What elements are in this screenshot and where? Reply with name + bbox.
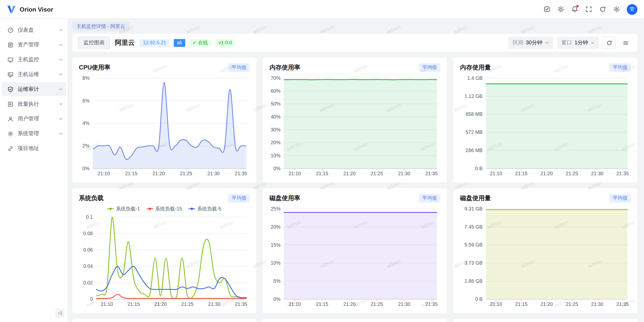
chevron-down-icon [59,87,63,91]
notification-badge-dot [576,5,579,7]
svg-text:21:25: 21:25 [371,171,383,176]
widget-check-button[interactable] [541,3,553,15]
average-badge[interactable]: 平均值 [419,194,440,202]
host-code-tag: ali [174,39,185,47]
range-select-value: 30分钟 [526,39,542,46]
svg-text:7.45 GB: 7.45 GB [465,224,483,230]
chevron-down-icon [59,43,63,47]
sidebar-item-host-ops[interactable]: 主机运维 [2,67,66,82]
chart-card-disk-usage: 磁盘使用量 平均值 0 B1.86 GB3.73 GB5.59 GB7.45 G… [453,188,637,313]
sidebar-item-dashboard[interactable]: 仪表盘 [2,23,66,37]
settings-button[interactable] [610,3,623,15]
sidebar-item-label: 主机监控 [18,56,39,63]
svg-text:0 B: 0 B [475,296,482,302]
svg-text:0.06: 0.06 [83,247,93,253]
monitor-chart-tab[interactable]: 监控图表 [78,37,110,49]
svg-text:21:30: 21:30 [398,171,410,176]
link-icon [7,145,13,151]
average-badge[interactable]: 平均值 [419,63,440,72]
chart-card-partial [453,319,637,322]
chart-canvas[interactable]: 系统负载-1系统负载-15系统负载-500.020.040.060.080.12… [79,205,250,308]
average-badge[interactable]: 平均值 [610,63,631,72]
chart-card-memory-usage: 内存使用量 平均值 0 B286 MB572 MB858 MB1.12 GB1.… [453,58,637,183]
legend-item[interactable]: 系统负载-15 [147,205,182,212]
average-badge[interactable]: 平均值 [610,194,631,202]
window-select[interactable]: 窗口 1分钟 [557,37,599,49]
average-badge[interactable]: 平均值 [228,194,250,202]
sidebar-item-label: 运维审计 [18,86,39,93]
user-icon [7,116,13,122]
sidebar-item-label: 仪表盘 [18,26,34,33]
chart-canvas[interactable]: 0%2%4%6%8%21:1021:1521:2021:2521:3021:35 [79,74,250,177]
app-title: Orion Visor [20,6,53,13]
chart-card-cpu: CPU使用率 平均值 0%2%4%6%8%21:1021:1521:2021:2… [72,58,256,183]
svg-text:60%: 60% [271,88,280,94]
svg-text:50%: 50% [271,101,280,106]
svg-text:21:30: 21:30 [591,171,603,176]
host-name: 阿里云 [115,39,135,47]
app-root: Orion Visor [0,0,644,322]
sidebar-item-system[interactable]: 系统管理 [2,127,66,141]
sidebar-item-batch-exec[interactable]: 批量执行 [2,97,66,111]
avatar[interactable]: 管 [627,4,637,15]
sidebar-item-users[interactable]: 用户管理 [2,112,66,126]
average-badge[interactable]: 平均值 [228,63,250,72]
topbar-actions: 管 [541,3,637,15]
chevron-down-icon [545,41,549,45]
breadcrumb-tag[interactable]: 主机监控详情 - 阿里云 [72,22,129,31]
monitor-icon [7,56,13,62]
svg-text:21:20: 21:20 [343,301,356,307]
svg-text:21:30: 21:30 [398,301,410,307]
chart-canvas[interactable]: 0%5%10%15%20%25%21:1021:1521:2021:2521:3… [269,205,440,308]
document-list-icon [7,42,13,48]
svg-text:3.73 GB: 3.73 GB [465,260,483,266]
host-toolbar: 监控图表 阿里云 12.92.5.21 ali ✓ 在线 v1.0.0 区间 3… [72,34,637,52]
chart-list-button[interactable] [619,37,632,49]
svg-text:21:10: 21:10 [490,301,502,307]
sidebar-item-assets[interactable]: 资产管理 [2,38,66,52]
legend-marker-icon [189,208,195,209]
sidebar-item-audit[interactable]: 运维审计 [2,82,66,96]
logo-icon [7,5,16,14]
legend-item[interactable]: 系统负载-5 [189,205,221,212]
svg-text:5%: 5% [273,278,280,284]
charts-grid: CPU使用率 平均值 0%2%4%6%8%21:1021:1521:2021:2… [72,58,637,322]
charts-refresh-button[interactable] [603,37,615,49]
chart-card-load: 系统负载 平均值 系统负载-1系统负载-15系统负载-500.020.040.0… [72,188,256,313]
svg-text:21:20: 21:20 [540,301,553,307]
svg-text:21:20: 21:20 [154,301,167,307]
chart-card-partial [263,319,447,322]
toolbar-controls: 区间 30分钟 窗口 1分钟 [509,37,632,49]
fullscreen-button[interactable] [582,3,595,15]
svg-text:70%: 70% [271,75,280,81]
breadcrumb: 主机监控详情 - 阿里云 [72,21,637,31]
svg-text:0.02: 0.02 [83,280,93,285]
sidebar-item-label: 主机运维 [18,71,39,78]
sidebar-item-project-link[interactable]: 项目地址 [2,141,66,156]
chart-canvas[interactable]: 0 B286 MB572 MB858 MB1.12 GB1.4 GB21:102… [460,74,631,177]
svg-text:21:30: 21:30 [207,171,220,176]
svg-text:21:35: 21:35 [616,301,629,307]
main-area: 主机监控详情 - 阿里云 监控图表 阿里云 12.92.5.21 ali ✓ 在… [68,19,644,322]
chart-canvas[interactable]: 0 B1.86 GB3.73 GB5.59 GB7.45 GB9.31 GB21… [460,205,631,308]
svg-text:10%: 10% [271,260,280,266]
sidebar-collapse-button[interactable] [55,309,64,318]
svg-text:1.4 GB: 1.4 GB [467,75,482,81]
svg-text:5.59 GB: 5.59 GB [465,242,483,247]
theme-button[interactable] [554,3,567,15]
svg-text:21:35: 21:35 [425,171,438,176]
chevron-down-icon [59,58,63,62]
gear-icon [613,6,620,13]
chart-canvas[interactable]: 0%10%20%30%40%50%60%70%21:1021:1521:2021… [269,74,440,177]
menu-fold-icon [57,310,63,316]
window-select-value: 1分钟 [575,39,588,46]
range-select[interactable]: 区间 30分钟 [509,37,553,49]
notifications-button[interactable] [569,3,581,15]
refresh-button[interactable] [596,3,609,15]
svg-text:21:20: 21:20 [343,171,356,176]
legend-item[interactable]: 系统负载-1 [107,205,140,212]
svg-text:21:10: 21:10 [490,171,502,176]
sidebar-item-label: 批量执行 [18,100,39,108]
svg-text:10%: 10% [271,153,280,158]
sidebar-item-host-monitor[interactable]: 主机监控 [2,53,66,67]
